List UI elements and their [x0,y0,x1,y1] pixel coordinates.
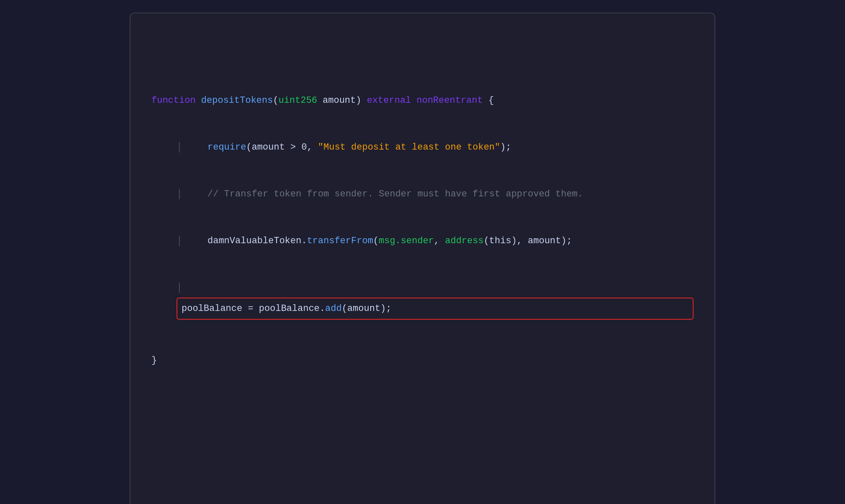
code-container: function depositTokens(uint256 amount) e… [130,13,715,504]
line-1: function depositTokens(uint256 amount) e… [151,93,694,108]
line-5-highlight: │ poolBalance = poolBalance.add(amount); [151,280,694,320]
code-block: function depositTokens(uint256 amount) e… [151,30,694,504]
line-4: │ damnValuableToken.transferFrom(msg.sen… [151,233,694,249]
line-3: │ // Transfer token from sender. Sender … [151,186,694,202]
line-2: │ require(amount > 0, "Must deposit at l… [151,140,694,155]
line-6: } [151,353,694,368]
